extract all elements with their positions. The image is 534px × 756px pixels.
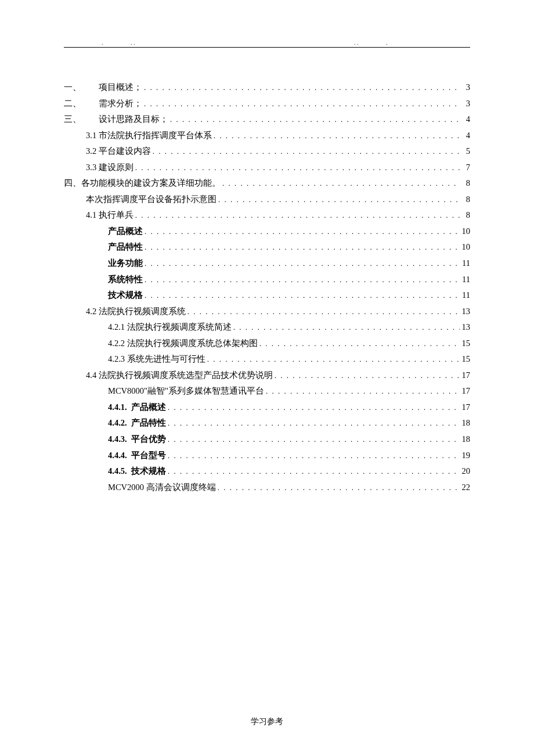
toc-leader-dots: [151, 145, 460, 159]
toc-page-number: 15: [460, 336, 470, 352]
toc-page-number: 19: [460, 448, 470, 464]
toc-leader-dots: [212, 129, 460, 143]
toc-number: 二、: [64, 96, 99, 112]
toc-entry: 业务功能11: [64, 255, 470, 272]
toc-leader-dots: [186, 305, 460, 319]
toc-number: 4.2.3: [108, 351, 125, 368]
toc-number: 3.2: [86, 143, 96, 160]
toc-leader-dots: [166, 416, 460, 431]
toc-leader-dots: [216, 481, 460, 495]
toc-entry: 4.2.3 系统先进性与可行性15: [64, 351, 470, 368]
toc-entry: 三、设计思路及目标；4: [64, 111, 470, 128]
toc-leader-dots: [143, 225, 460, 239]
toc-leader-dots: [142, 97, 460, 111]
toc-page-number: 15: [460, 351, 470, 368]
toc-leader-dots: [166, 401, 460, 415]
toc-page-number: 10: [460, 239, 470, 255]
toc-number: 三、: [64, 111, 99, 128]
header-mark: . .: [131, 39, 135, 46]
toc-leader-dots: [143, 273, 460, 287]
toc-entry: 技术规格11: [64, 287, 470, 304]
toc-label: MCV2000 高清会议调度终端: [108, 480, 216, 496]
toc-leader-dots: [168, 113, 460, 127]
toc-gap: [127, 415, 131, 431]
toc-label: 建设原则: [99, 160, 134, 176]
toc-leader-dots: [143, 289, 460, 303]
toc-entry: 4.4.5. 技术规格20: [64, 463, 470, 480]
toc-number: 4.4.1.: [108, 399, 127, 416]
toc-page-number: 17: [460, 399, 470, 416]
toc-leader-dots: [264, 384, 460, 399]
toc-leader-dots: [166, 433, 460, 447]
toc-gap: [127, 399, 131, 416]
toc-page-number: 18: [460, 415, 470, 431]
toc-page-number: 4: [460, 111, 470, 128]
toc-label: 法院执行视频调度系统简述: [127, 319, 232, 336]
toc-label: 各功能模块的建设方案及详细功能。: [81, 175, 221, 192]
toc-label: 法院执行视频调度系统选型产品技术优势说明: [99, 368, 273, 384]
toc-leader-dots: [205, 352, 460, 367]
toc-number: 四、: [64, 175, 81, 192]
toc-page-number: 8: [460, 207, 470, 224]
toc-label: 产品概述: [131, 399, 166, 416]
toc-label: 平台优势: [131, 431, 166, 448]
toc-label: 本次指挥调度平台设备拓扑示意图: [86, 192, 217, 208]
toc-label: 技术规格: [131, 463, 166, 480]
toc-page-number: 3: [460, 96, 470, 112]
toc-label: 产品特性: [108, 239, 143, 255]
table-of-contents: 一、项目概述；3二、需求分析；3三、设计思路及目标；43.1 市法院执行指挥调度…: [64, 80, 470, 495]
header-mark: .: [386, 39, 388, 46]
toc-entry: 产品概述10: [64, 224, 470, 240]
toc-entry: 4.4 法院执行视频调度系统选型产品技术优势说明17: [64, 368, 470, 384]
toc-label: 法院执行视频调度系统: [99, 304, 186, 320]
toc-label: 市法院执行指挥调度平台体系: [99, 128, 212, 144]
toc-page-number: 7: [460, 160, 470, 176]
toc-page-number: 5: [460, 143, 470, 160]
toc-number: 4.1: [86, 207, 96, 224]
toc-leader-dots: [273, 369, 460, 383]
toc-leader-dots: [143, 257, 460, 271]
toc-label: 技术规格: [108, 287, 143, 304]
toc-number: 3.1: [86, 128, 96, 144]
toc-entry: 二、需求分析；3: [64, 96, 470, 112]
toc-number: 4.2: [86, 304, 96, 320]
document-page: . . . . . . 一、项目概述；3二、需求分析；3三、设计思路及目标；43…: [0, 0, 534, 756]
toc-label: 业务功能: [108, 255, 143, 272]
toc-page-number: 17: [460, 383, 470, 399]
toc-page-number: 18: [460, 431, 470, 448]
toc-page-number: 8: [460, 175, 470, 192]
toc-number: 4.4.5.: [108, 463, 127, 480]
toc-label: 平台型号: [131, 448, 166, 464]
toc-number: 4.4.3.: [108, 431, 127, 448]
toc-entry: 四、各功能模块的建设方案及详细功能。8: [64, 175, 470, 192]
toc-leader-dots: [143, 240, 460, 255]
toc-label: 系统特性: [108, 272, 143, 288]
toc-page-number: 20: [460, 463, 470, 480]
toc-label: 法院执行视频调度系统总体架构图: [127, 336, 258, 352]
toc-number: 4.2.1: [108, 319, 125, 336]
toc-label: 项目概述；: [99, 80, 142, 96]
toc-leader-dots: [258, 337, 460, 351]
toc-entry: 4.2.2 法院执行视频调度系统总体架构图15: [64, 336, 470, 352]
toc-number: 一、: [64, 80, 99, 96]
toc-number: 4.4.4.: [108, 448, 127, 464]
toc-gap: [127, 448, 131, 464]
toc-page-number: 13: [460, 319, 470, 336]
toc-entry: 3.3 建设原则7: [64, 160, 470, 176]
toc-entry: 一、项目概述；3: [64, 80, 470, 96]
toc-leader-dots: [134, 208, 460, 223]
toc-label: 系统先进性与可行性: [127, 351, 205, 368]
toc-entry: 4.2.1 法院执行视频调度系统简述13: [64, 319, 470, 336]
toc-leader-dots: [134, 161, 460, 175]
toc-leader-dots: [232, 321, 460, 335]
toc-entry: 4.4.1. 产品概述17: [64, 399, 470, 416]
toc-label: 需求分析；: [99, 96, 142, 112]
toc-entry: 3.1 市法院执行指挥调度平台体系4: [64, 128, 470, 144]
toc-number: 4.4: [86, 368, 96, 384]
toc-entry: 产品特性10: [64, 239, 470, 255]
toc-page-number: 10: [460, 224, 470, 240]
toc-label: 平台建设内容: [99, 143, 151, 160]
toc-entry: MCV2000 高清会议调度终端22: [64, 480, 470, 496]
toc-gap: [127, 431, 131, 448]
toc-page-number: 11: [460, 287, 470, 304]
